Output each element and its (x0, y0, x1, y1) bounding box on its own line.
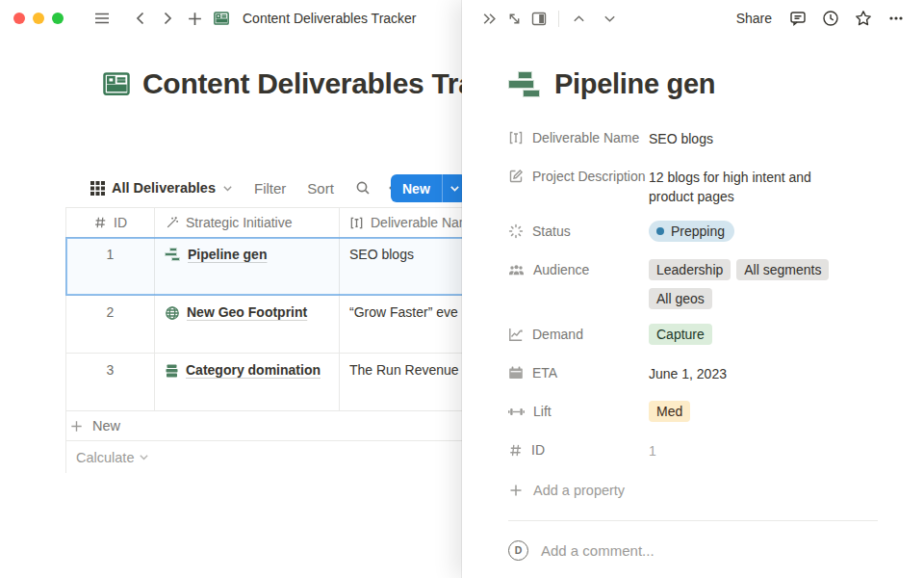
property-row-deliverable-name: Deliverable Name SEO blogs (508, 124, 878, 151)
title-icon (508, 130, 524, 145)
property-label[interactable]: Demand (508, 321, 649, 348)
next-record-icon[interactable] (597, 6, 622, 31)
zoom-window-button[interactable] (52, 13, 64, 24)
forward-icon[interactable] (154, 5, 181, 32)
property-label[interactable]: Lift (508, 398, 649, 425)
divider (508, 520, 878, 521)
search-icon[interactable] (355, 180, 371, 196)
window-title: Content Deliverables Tracker (243, 11, 417, 26)
demand-tag[interactable]: Capture (649, 324, 712, 345)
status-dot (656, 227, 664, 235)
view-tab-all-deliverables[interactable]: All Deliverables (90, 180, 233, 196)
property-label[interactable]: Deliverable Name (508, 124, 649, 151)
globe-icon (165, 305, 180, 321)
property-value[interactable]: SEO blogs (649, 124, 713, 148)
cell-id[interactable]: 1 (66, 238, 155, 295)
property-value[interactable]: 1 (649, 436, 656, 460)
view-toolbar: All Deliverables Filter Sort (90, 173, 421, 202)
hash-icon (508, 443, 523, 458)
property-value[interactable]: Capture (649, 321, 712, 345)
property-label[interactable]: Status (508, 218, 649, 245)
property-row-project-description: Project Description 12 blogs for high in… (508, 163, 878, 206)
sort-button[interactable]: Sort (307, 180, 334, 197)
cell-strategic-initiative[interactable]: New Geo Footprint (155, 296, 340, 353)
panel-body: Pipeline gen Deliverable Name SEO blogs … (462, 68, 924, 578)
comment-placeholder[interactable]: Add a comment... (541, 542, 654, 559)
column-header-strategic-initiative[interactable]: Strategic Initiative (155, 208, 340, 237)
column-header-id[interactable]: ID (66, 208, 155, 237)
new-record-split-button[interactable]: New (391, 174, 467, 202)
property-value[interactable]: Leadership All segments All geos (649, 256, 841, 309)
back-icon[interactable] (127, 5, 154, 32)
page-header: Content Deliverables Tracker (102, 67, 462, 100)
record-title-row: Pipeline gen (508, 68, 878, 100)
history-clock-icon[interactable] (818, 6, 843, 31)
property-row-lift: Lift Med (508, 398, 878, 425)
toolbar-divider (558, 11, 559, 27)
add-property-button[interactable]: Add a property (508, 477, 878, 504)
property-row-audience: Audience Leadership All segments All geo… (508, 256, 878, 309)
property-row-status: Status Prepping (508, 218, 878, 245)
people-icon (508, 263, 525, 277)
hash-icon (93, 216, 107, 229)
comments-icon[interactable] (785, 6, 810, 31)
property-label[interactable]: Project Description (508, 163, 649, 190)
property-row-id: ID 1 (508, 436, 878, 463)
close-peek-icon[interactable] (476, 6, 501, 31)
more-options-icon[interactable] (884, 6, 909, 31)
previous-record-icon[interactable] (566, 6, 591, 31)
page-link[interactable]: Pipeline gen (188, 247, 267, 262)
books-icon (165, 363, 179, 379)
expand-page-icon[interactable] (501, 6, 526, 31)
side-peek-panel: Share Pipeline gen (462, 0, 924, 578)
minimize-window-button[interactable] (33, 13, 44, 24)
lift-tag[interactable]: Med (649, 401, 690, 422)
filter-button[interactable]: Filter (254, 180, 286, 197)
cell-strategic-initiative[interactable]: Category domination (155, 354, 340, 410)
page-link[interactable]: Category domination (186, 362, 321, 378)
dumbbell-icon (508, 406, 525, 418)
cell-id[interactable]: 3 (66, 354, 155, 410)
record-title[interactable]: Pipeline gen (554, 68, 715, 100)
cell-strategic-initiative[interactable]: Pipeline gen (155, 238, 340, 295)
pipeline-icon[interactable] (508, 70, 541, 99)
status-burst-icon (508, 223, 524, 239)
page-link[interactable]: New Geo Footprint (187, 304, 307, 320)
property-value[interactable]: Prepping (649, 218, 734, 242)
favorite-star-icon[interactable] (851, 6, 876, 31)
plus-icon (69, 419, 84, 434)
chevron-down-icon (449, 183, 460, 194)
property-label[interactable]: ID (508, 436, 649, 463)
close-window-button[interactable] (13, 13, 25, 24)
avatar: D (508, 540, 528, 561)
side-peek-mode-icon[interactable] (526, 6, 552, 31)
cell-id[interactable]: 2 (66, 296, 155, 353)
property-row-demand: Demand Capture (508, 321, 878, 348)
page-table-icon (208, 5, 235, 32)
pipeline-icon (165, 248, 181, 262)
property-value[interactable]: Med (649, 398, 690, 422)
audience-tag[interactable]: Leadership (649, 259, 731, 280)
chevron-down-icon (222, 183, 233, 194)
audience-tag[interactable]: All geos (649, 288, 712, 309)
comment-composer[interactable]: D Add a comment... (508, 538, 878, 563)
new-tab-icon[interactable] (181, 5, 208, 32)
page-table-icon[interactable] (102, 69, 131, 98)
table-view-icon (90, 181, 105, 196)
plus-icon (508, 483, 524, 498)
calendar-icon (508, 365, 524, 381)
page-title[interactable]: Content Deliverables Tracker (142, 67, 462, 100)
share-button[interactable]: Share (736, 11, 772, 26)
new-record-button[interactable]: New (391, 174, 442, 202)
hamburger-menu-icon[interactable] (89, 5, 116, 32)
view-name-label: All Deliverables (112, 180, 216, 196)
status-tag[interactable]: Prepping (649, 221, 734, 242)
property-value[interactable]: June 1, 2023 (649, 359, 727, 383)
property-label[interactable]: Audience (508, 256, 649, 283)
audience-tag[interactable]: All segments (736, 259, 829, 280)
property-label[interactable]: ETA (508, 359, 649, 386)
property-value[interactable]: 12 blogs for high intent and product pag… (649, 163, 832, 206)
property-row-eta: ETA June 1, 2023 (508, 359, 878, 386)
traffic-lights (13, 13, 64, 24)
edit-icon (508, 169, 524, 184)
